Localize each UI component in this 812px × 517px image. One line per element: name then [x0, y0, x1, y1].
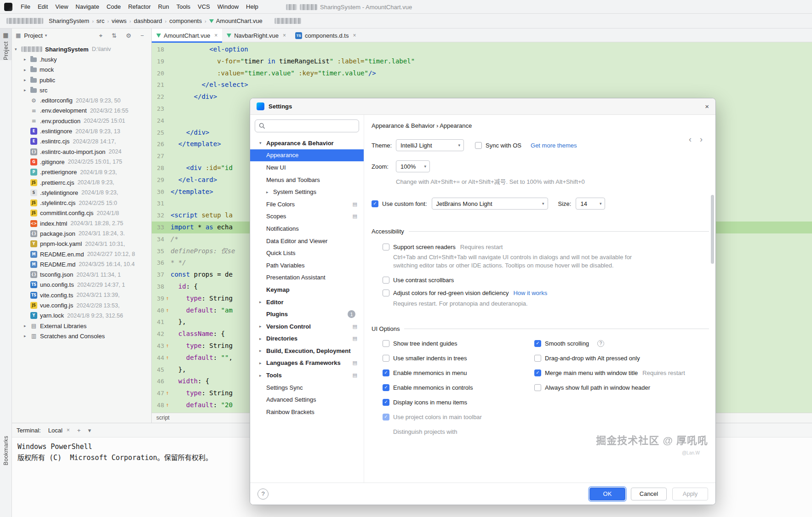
tree-file-row[interactable]: {} package.json 2024/3/1 18:24, 3.	[12, 228, 151, 239]
tree-collapsed-icon[interactable]: ▸	[24, 68, 30, 72]
tool-stripe-project-button[interactable]: ▦ Project	[0, 28, 11, 60]
tree-file-row[interactable]: M README.md 2024/3/25 16:14, 10.4	[12, 259, 151, 269]
settings-search[interactable]	[255, 119, 359, 132]
tree-collapsed-icon[interactable]: ▸	[24, 57, 30, 62]
tree-folder-row[interactable]: ▸ public	[12, 75, 151, 85]
locate-file-icon[interactable]: ⌖	[99, 33, 103, 39]
tree-expanded-icon[interactable]: ▾	[15, 47, 21, 51]
tree-file-row[interactable]: P .prettierignore 2024/1/8 9:23,	[12, 167, 151, 177]
search-input[interactable]	[268, 123, 355, 130]
tree-file-row[interactable]: {} .eslintrc-auto-import.json 2024	[12, 147, 151, 157]
menu-item[interactable]: File	[17, 0, 34, 14]
apply-button[interactable]: Apply	[672, 488, 708, 500]
settings-tree-item[interactable]: ▸ Directories ▤	[250, 333, 364, 345]
settings-tree-item[interactable]: ▸ Version Control ▤	[250, 320, 364, 333]
breadcrumb-item[interactable]: dashboard	[132, 17, 164, 25]
screen-readers-checkbox[interactable]	[383, 244, 389, 250]
menu-item[interactable]: Tools	[173, 0, 194, 14]
settings-tree-item[interactable]: Keymap ▤	[250, 284, 364, 296]
red-green-vision-checkbox[interactable]	[383, 290, 389, 296]
settings-tree-item[interactable]: ▸ Languages & Frameworks ▤	[250, 357, 364, 369]
tree-file-row[interactable]: TS vite.config.ts 2024/3/21 13:39,	[12, 290, 151, 300]
tree-collapsed-icon[interactable]: ▸	[24, 324, 30, 328]
new-terminal-icon[interactable]: +	[77, 427, 81, 433]
settings-tree-item[interactable]: File Colors ▤	[250, 198, 364, 210]
tree-file-row[interactable]: JS vue.config.js 2024/2/28 13:53,	[12, 300, 151, 310]
option-checkbox[interactable]	[383, 355, 389, 362]
cancel-button[interactable]: Cancel	[631, 488, 667, 500]
collapse-all-icon[interactable]: ⇅	[112, 33, 117, 39]
menu-item[interactable]: Help	[242, 0, 262, 14]
tree-file-row[interactable]: S .stylelintignore 2024/1/8 9:23,	[12, 187, 151, 198]
option-checkbox[interactable]	[534, 355, 541, 362]
contrast-scrollbars-checkbox[interactable]	[383, 277, 389, 284]
hide-panel-icon[interactable]: −	[140, 33, 144, 39]
get-more-themes-link[interactable]: Get more themes	[531, 142, 577, 149]
tree-file-row[interactable]: Y pnpm-lock.yaml 2024/3/1 10:31,	[12, 239, 151, 249]
settings-tree-item[interactable]: ▾ Appearance & Behavior ▤	[250, 137, 364, 149]
settings-tree-item[interactable]: Appearance ▤	[250, 149, 364, 162]
tree-file-row[interactable]: TS uno.config.ts 2024/2/29 14:37, 1	[12, 280, 151, 290]
settings-tree-item[interactable]: ▸ Editor ▤	[250, 296, 364, 308]
dialog-title-bar[interactable]: Settings ×	[250, 98, 715, 115]
ok-button[interactable]: OK	[589, 488, 625, 500]
editor-tab[interactable]: TS components.d.ts ×	[291, 28, 360, 42]
tree-folder-row[interactable]: ▸ .husky	[12, 54, 151, 64]
tree-collapsed-icon[interactable]: ▸	[24, 88, 30, 92]
close-tab-icon[interactable]: ×	[214, 32, 217, 39]
ide-logo[interactable]	[4, 3, 12, 11]
editor-tab[interactable]: NavbarRight.vue ×	[222, 28, 291, 42]
option-checkbox[interactable]: ✓	[534, 340, 541, 347]
settings-tree-item[interactable]: ▸ Tools ▤	[250, 369, 364, 381]
sync-with-os-checkbox[interactable]	[475, 142, 482, 149]
breadcrumb-item[interactable]: components	[167, 17, 204, 25]
tree-root-row[interactable]: ▾ SharingSystem D:\laniv	[12, 44, 151, 54]
tree-file-row[interactable]: ≡ .env.development 2024/3/2 16:55	[12, 106, 151, 116]
settings-tree-item[interactable]: New UI ▤	[250, 161, 364, 174]
tree-file-row[interactable]: {} tsconfig.json 2024/3/1 11:34, 1	[12, 270, 151, 280]
option-checkbox[interactable]: ✓	[534, 369, 541, 376]
tree-file-row[interactable]: M README.en.md 2024/2/27 10:12, 8	[12, 249, 151, 259]
settings-tree-item[interactable]: Presentation Assistant ▤	[250, 272, 364, 284]
terminal-title[interactable]: Terminal:	[17, 427, 41, 434]
breadcrumb-item[interactable]: views	[110, 17, 129, 25]
tree-file-row[interactable]: ≡ .env.production 2024/2/25 15:01	[12, 116, 151, 126]
help-icon[interactable]: ?	[597, 340, 604, 347]
settings-tree-item[interactable]: Path Variables ▤	[250, 259, 364, 272]
tree-folder-row[interactable]: ▸ src	[12, 85, 151, 95]
tree-file-row[interactable]: E .eslintrc.cjs 2024/2/28 14:17,	[12, 136, 151, 147]
breadcrumb-item[interactable]: AmountChart.vue	[207, 17, 264, 25]
menu-item[interactable]: Code	[103, 0, 125, 14]
settings-tree-item[interactable]: Menus and Toolbars ▤	[250, 174, 364, 186]
zoom-select[interactable]: 100% ▾	[396, 160, 430, 172]
theme-select[interactable]: IntelliJ Light ▾	[396, 139, 464, 151]
chevron-down-icon[interactable]: ▾	[88, 427, 91, 433]
option-checkbox[interactable]: ✓	[383, 414, 389, 420]
settings-tree-item[interactable]: ▸ System Settings ▤	[250, 186, 364, 198]
menu-item[interactable]: Navigate	[72, 0, 103, 14]
project-panel-title[interactable]: Project	[24, 32, 42, 39]
option-checkbox[interactable]	[534, 384, 541, 391]
settings-tree-item[interactable]: Notifications ▤	[250, 222, 364, 235]
tree-file-row[interactable]: JS commitlint.config.cjs 2024/1/8	[12, 208, 151, 218]
tree-folder-row[interactable]: ▸ mock	[12, 65, 151, 75]
breadcrumb-item[interactable]: SharingSystem	[47, 17, 91, 25]
chevron-down-icon[interactable]: ▾	[45, 33, 47, 38]
tree-file-row[interactable]: G .gitignore 2024/2/25 15:01, 175	[12, 157, 151, 167]
how-it-works-link[interactable]: How it works	[513, 290, 547, 296]
tree-file-row[interactable]: JS .prettierrc.cjs 2024/1/8 9:23,	[12, 177, 151, 187]
tree-file-row[interactable]: <> index.html 2024/3/1 18:28, 2.75	[12, 218, 151, 228]
menu-item[interactable]: VCS	[194, 0, 214, 14]
settings-tree-item[interactable]: Plugins 1 ▤	[250, 308, 364, 320]
close-tab-icon[interactable]: ×	[353, 32, 356, 39]
settings-tree-item[interactable]: Scopes ▤	[250, 210, 364, 223]
forward-icon[interactable]: ›	[700, 135, 703, 143]
settings-tree-item[interactable]: Rainbow Brackets ▤	[250, 406, 364, 418]
tool-stripe-bookmarks-button[interactable]: Bookmarks	[0, 436, 11, 466]
breadcrumb-item[interactable]: src	[95, 17, 106, 25]
editor-breadcrumb[interactable]: script	[156, 415, 170, 421]
settings-tree-item[interactable]: ▸ Build, Execution, Deployment ▤	[250, 345, 364, 357]
close-tab-icon[interactable]: ×	[67, 427, 70, 433]
settings-tree-item[interactable]: Data Editor and Viewer ▤	[250, 235, 364, 247]
font-select[interactable]: JetBrains Mono Light ▾	[432, 198, 548, 210]
